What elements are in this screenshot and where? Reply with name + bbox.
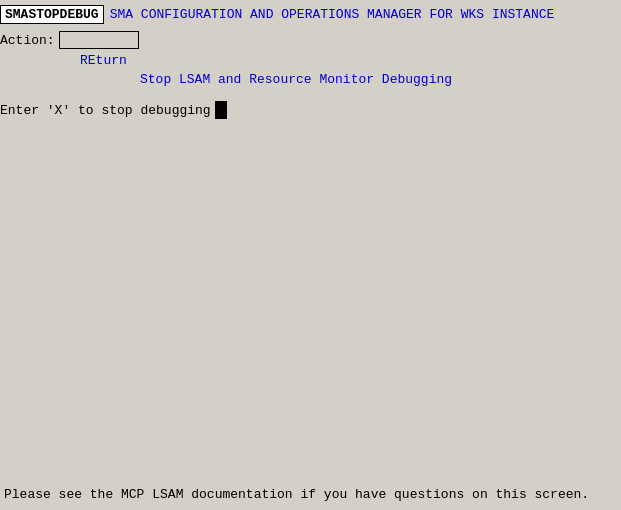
instruction-text: Enter 'X' to stop debugging <box>0 103 211 118</box>
action-label: Action: <box>0 33 55 48</box>
screen: SMASTOPDEBUG SMA CONFIGURATION AND OPERA… <box>0 0 621 510</box>
return-label: REturn <box>0 51 621 70</box>
cursor-box <box>215 101 227 119</box>
program-name: SMASTOPDEBUG <box>0 5 104 24</box>
action-row: Action: <box>0 27 621 51</box>
title-text: SMA CONFIGURATION AND OPERATIONS MANAGER… <box>104 7 555 22</box>
action-input[interactable] <box>59 31 139 49</box>
menu-item-stop-debugging[interactable]: Stop LSAM and Resource Monitor Debugging <box>0 70 621 89</box>
footer: Please see the MCP LSAM documentation if… <box>0 487 621 502</box>
top-bar: SMASTOPDEBUG SMA CONFIGURATION AND OPERA… <box>0 0 621 27</box>
instruction-row: Enter 'X' to stop debugging <box>0 89 621 123</box>
